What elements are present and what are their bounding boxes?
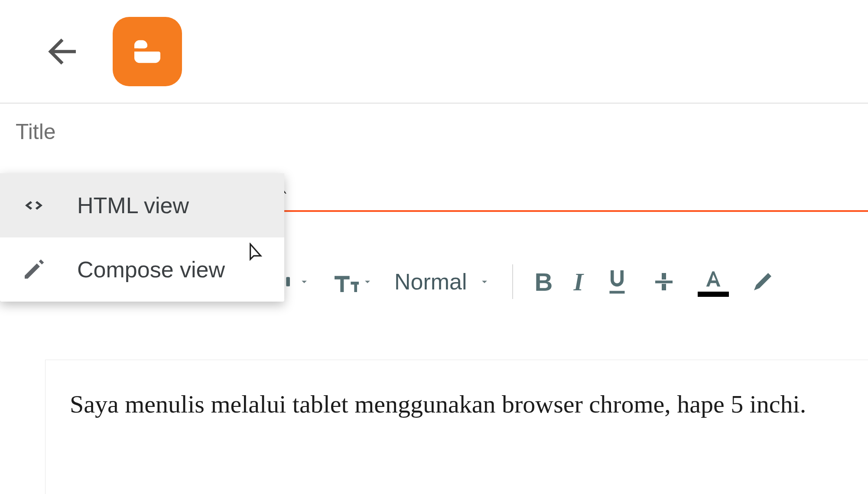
pencil-icon [21,257,47,283]
underline-icon [604,267,630,296]
menu-item-compose-view[interactable]: Compose view [0,237,284,302]
font-family-partial-glyph-icon [284,276,296,287]
svg-rect-0 [136,42,147,48]
back-arrow-icon [43,32,82,71]
mouse-cursor-icon [248,243,265,263]
app-header [0,0,868,104]
editor-content-text: Saya menulis melalui tablet menggunakan … [70,390,806,418]
text-color-swatch [698,292,729,297]
menu-item-compose-view-label: Compose view [77,257,225,283]
title-field-area: Title [0,104,868,144]
font-size-dropdown[interactable] [321,264,384,299]
toolbar-separator [512,264,513,299]
svg-rect-1 [136,54,156,59]
text-color-a-icon [701,269,725,290]
font-family-dropdown[interactable] [284,264,321,299]
view-mode-menu: HTML view Compose view [0,173,284,302]
back-button[interactable] [39,28,87,75]
paragraph-style-dropdown[interactable]: Normal [384,264,501,299]
editor-toolbar: Normal B I [284,256,868,308]
italic-button[interactable]: I [563,264,594,299]
code-icon [21,192,47,218]
chevron-down-icon [361,276,374,288]
menu-item-html-view[interactable]: HTML view [0,173,284,237]
strikethrough-icon [651,269,677,295]
chevron-down-icon [298,276,310,288]
title-input[interactable]: Title [16,119,868,144]
strikethrough-button[interactable] [640,264,687,299]
svg-rect-2 [286,277,290,286]
blogger-logo[interactable] [113,17,182,86]
menu-item-html-view-label: HTML view [77,192,189,218]
editor-content-area[interactable]: Saya menulis melalui tablet menggunakan … [45,360,868,494]
active-field-underline [284,210,868,212]
text-color-button[interactable] [687,264,739,299]
highlight-marker-icon [750,269,776,295]
chevron-down-icon [478,276,491,288]
paragraph-style-label: Normal [394,269,470,295]
bold-button[interactable]: B [524,264,563,299]
underline-button[interactable] [594,264,640,299]
blogger-logo-icon [128,32,167,71]
font-size-icon [331,268,359,296]
highlight-button[interactable] [739,264,776,299]
